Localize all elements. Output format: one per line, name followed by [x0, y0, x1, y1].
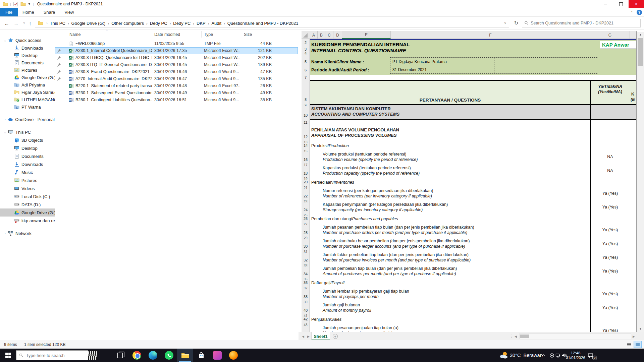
folder-icon[interactable] [20, 1, 26, 7]
sidebar-section-this-pc[interactable]: ⌄This PC [0, 128, 55, 136]
scroll-right-icon[interactable]: ▶ [633, 335, 635, 338]
sidebar-item-pictures[interactable]: Pictures [0, 66, 55, 74]
taskbar-search[interactable] [16, 350, 88, 360]
sheet-row-20[interactable]: 2021Persediaan/Inventories [302, 178, 637, 187]
chevron-down-icon[interactable]: ⌄ [3, 130, 7, 134]
sheet-column-B[interactable]: B [318, 31, 325, 39]
breadcrumb-separator[interactable]: › [206, 21, 211, 25]
sidebar-item-google-drive-g[interactable]: Google Drive (G:) [0, 208, 55, 217]
sidebar-item-data-d[interactable]: DATA (D:) [0, 200, 55, 208]
taskbar-edge-button[interactable] [145, 349, 161, 362]
sheet-row-40[interactable]: 4041Jumlah gaji bulananAmount of monthly… [302, 302, 637, 315]
scroll-up-icon[interactable]: ▲ [637, 32, 644, 38]
taskbar-search-input[interactable] [26, 353, 85, 358]
breadcrumb-separator[interactable]: › [106, 21, 111, 25]
tray-overflow-chevron[interactable] [539, 349, 547, 362]
breadcrumb-item-dkp[interactable]: DKP [196, 21, 206, 26]
sheet-row-number[interactable]: 3 [302, 47, 310, 51]
sidebar-item-kkp-anwar-dan-rekan-1[interactable]: kkp anwar dan rekan (\\1 [0, 217, 55, 225]
sheet-row-number[interactable]: 9 [302, 104, 310, 106]
sheet-column-D[interactable]: D [333, 31, 342, 39]
sheet-row-12[interactable]: 1213PENILAIAN ATAS VOLUME PENGOLAHANAPPR… [302, 126, 637, 142]
sheet-row-number[interactable]: 2 [302, 41, 310, 45]
file-row-a230-3-itgcq-questionnaire-for-itgc-dk[interactable]: XA230.3-ITGCQ_Questionnaire for ITGC_DK.… [55, 54, 298, 61]
minimize-button[interactable] [598, 0, 613, 8]
back-button[interactable]: ← [3, 19, 11, 27]
scrollbar-thumb[interactable] [638, 38, 643, 66]
weather-status[interactable]: 30°C Berawan [510, 349, 543, 362]
sidebar-item-luthfi-magang[interactable]: LUTHFI MAGANG [0, 96, 55, 103]
taskbar-task-view-button[interactable] [113, 349, 129, 362]
sheet-row-30[interactable]: 3031Jumlah akun buku besar pembelian (da… [302, 238, 637, 251]
sidebar-item-documents[interactable]: Documents [0, 152, 55, 160]
menu-share[interactable]: Share [39, 8, 60, 16]
sheet-row-34[interactable]: 3435Jumlah pembelian tiap bulan (dan per… [302, 265, 637, 279]
sheet-row-14[interactable]: 1415Produksi/Production [302, 142, 637, 151]
sheet-row-number[interactable]: 5 [302, 60, 310, 64]
sheet-column-C[interactable]: C [325, 31, 333, 39]
sidebar-item-google-drive-g[interactable]: Google Drive (G:) [0, 74, 55, 81]
menu-view[interactable]: View [60, 8, 78, 16]
breadcrumb-separator[interactable]: › [222, 21, 227, 25]
sheet-row-number[interactable]: 8 [302, 98, 310, 102]
help-button[interactable]: ? [637, 10, 642, 15]
taskbar-clock[interactable]: 12:4831/01/2026 [567, 349, 584, 362]
sheet-column-A[interactable]: A [310, 31, 318, 39]
sheet-row-number[interactable]: 14 [302, 143, 310, 147]
file-row-a270-internal-audit-questionnaire-dkp2[interactable]: WA270_Internal Audit Questionnaire_DKP2.… [55, 75, 298, 82]
sidebar-item-local-disk-c[interactable]: Local Disk (C:) [0, 192, 55, 200]
sheet-row-22[interactable]: 2223Nomor referensi (per kategori persed… [302, 187, 637, 201]
sheet-row-16[interactable]: 1617Volume produksi (tentukan periode re… [302, 151, 637, 165]
column-header-type[interactable]: Type [204, 32, 213, 37]
taskbar-media-app-button[interactable] [209, 349, 225, 362]
sidebar-item-documents[interactable]: Documents [0, 59, 55, 66]
sheet-row-18[interactable]: 1819Kapasitas produksi (tentukan periode… [302, 165, 637, 178]
start-button[interactable] [0, 349, 16, 362]
sheet-row-24[interactable]: 2425Kapasitas penyimpanan (per kategori … [302, 201, 637, 215]
breadcrumb-separator[interactable]: › [168, 21, 173, 25]
forward-button[interactable]: → [12, 19, 20, 27]
sheet-row-number[interactable]: 4 [302, 51, 310, 55]
sidebar-item-desktop[interactable]: Desktop [0, 52, 55, 59]
sidebar-section-quick-access[interactable]: ⌄Quick access [0, 36, 55, 44]
sheet-tab[interactable]: Sheet1 [311, 332, 330, 341]
breadcrumb-item-other-computers[interactable]: Other computers [111, 21, 145, 26]
sheet-row-38[interactable]: 3839Jumlah lembar slip pembayaran gaji t… [302, 288, 637, 302]
chevron-right-icon[interactable]: › [3, 232, 7, 235]
sidebar-item-downloads[interactable]: Downloads [0, 160, 55, 168]
scroll-down-icon[interactable]: ▼ [637, 326, 644, 332]
sheet-row-number[interactable]: 22 [302, 194, 310, 198]
breadcrumb-item-questionnaire-and-pmpj-dkp2021[interactable]: Questionnaire and PMPJ - DKP2021 [227, 21, 299, 26]
sheet-row-number[interactable]: 38 [302, 295, 310, 299]
sidebar-item-downloads[interactable]: Downloads [0, 44, 55, 52]
sheet-row-number[interactable]: 12 [302, 135, 310, 139]
sidebar-section-network[interactable]: ›Network [0, 229, 55, 237]
address-bar[interactable]: › This PC›Google Drive (G:)›Other comput… [35, 19, 509, 27]
sheet-row-number[interactable]: 32 [302, 258, 310, 262]
address-history-chevron[interactable]: ˅ [504, 21, 507, 25]
close-button[interactable] [629, 0, 644, 8]
sidebar-item-adi-priyatna[interactable]: Adi Priyatna [0, 81, 55, 88]
sheet-column-E[interactable]: E [342, 31, 391, 39]
sheet-row-number[interactable]: 24 [302, 208, 310, 212]
file-row-wrl0066-tmp[interactable]: ~WRL0066.tmp11/02/2025 9:55TMP File44 KB [55, 40, 298, 47]
chevron-down-icon[interactable]: ⌄ [3, 39, 7, 42]
menu-file[interactable]: File [0, 8, 18, 16]
checkmark-icon[interactable] [13, 1, 18, 7]
sidebar-item-videos[interactable]: Videos [0, 184, 55, 192]
taskbar-firefox-button[interactable] [225, 349, 241, 362]
up-button[interactable]: ↑ [26, 19, 34, 27]
column-divider[interactable] [272, 31, 272, 38]
search-input[interactable] [531, 21, 638, 25]
action-center-button[interactable]: 2 [585, 349, 596, 362]
taskbar-store-button[interactable] [193, 349, 209, 362]
sidebar-item-music[interactable]: Music [0, 168, 55, 176]
sheet-row-number[interactable]: 28 [302, 231, 310, 235]
breadcrumb-item-dedy-pc[interactable]: Dedy PC [149, 21, 168, 26]
sheet-row-number[interactable]: 18 [302, 171, 310, 175]
file-row-a230-3-itq-it-general-questionnaire-dk[interactable]: XA230.3-ITQ_IT General Questionnaire_DK.… [55, 61, 298, 68]
taskbar-chrome-button[interactable] [129, 349, 145, 362]
file-row-b280-1-contingent-liabilities-questionn[interactable]: WB280.1_Contingent Liabilities Questionn… [55, 97, 298, 104]
breadcrumb-item-google-drive-g[interactable]: Google Drive (G:) [71, 21, 106, 26]
sheet-column-F[interactable]: F [391, 31, 590, 39]
